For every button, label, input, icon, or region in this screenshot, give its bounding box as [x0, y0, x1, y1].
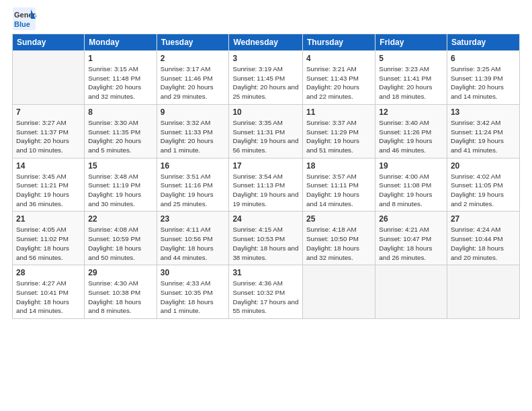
- sunset-text: Sunset: 11:41 PM: [379, 74, 443, 83]
- weekday-monday: Monday: [85, 34, 157, 51]
- day-cell: 5 Sunrise: 3:23 AM Sunset: 11:41 PM Dayl…: [375, 51, 447, 105]
- day-cell: 7 Sunrise: 3:27 AM Sunset: 11:37 PM Dayl…: [13, 104, 85, 158]
- day-number: 12: [379, 107, 443, 117]
- sunrise-text: Sunrise: 3:17 AM: [161, 64, 226, 74]
- day-cell: 6 Sunrise: 3:25 AM Sunset: 11:39 PM Dayl…: [447, 51, 519, 105]
- daylight-text: Daylight: 19 hours and 30 minutes.: [88, 190, 152, 208]
- day-number: 5: [379, 54, 443, 63]
- sunset-text: Sunset: 10:56 PM: [161, 234, 226, 244]
- day-number: 17: [232, 161, 299, 171]
- daylight-text: Daylight: 20 hours and 25 minutes.: [232, 83, 299, 101]
- day-info: Sunrise: 4:05 AM Sunset: 11:02 PM Daylig…: [16, 225, 81, 262]
- day-cell: 17 Sunrise: 3:54 AM Sunset: 11:13 PM Day…: [229, 158, 303, 212]
- day-cell: 23 Sunrise: 4:11 AM Sunset: 10:56 PM Day…: [157, 212, 229, 265]
- day-info: Sunrise: 3:45 AM Sunset: 11:21 PM Daylig…: [16, 172, 81, 209]
- sunrise-text: Sunrise: 4:21 AM: [379, 225, 443, 234]
- daylight-text: Daylight: 18 hours and 26 minutes.: [379, 244, 443, 262]
- day-number: 2: [161, 54, 226, 63]
- daylight-text: Daylight: 20 hours and 5 minutes.: [88, 136, 152, 154]
- daylight-text: Daylight: 20 hours and 29 minutes.: [161, 83, 226, 101]
- day-cell: 8 Sunrise: 3:30 AM Sunset: 11:35 PM Dayl…: [85, 104, 157, 158]
- sunrise-text: Sunrise: 4:05 AM: [16, 225, 81, 234]
- sunrise-text: Sunrise: 4:02 AM: [451, 172, 516, 181]
- day-number: 30: [161, 268, 226, 277]
- daylight-text: Daylight: 18 hours and 14 minutes.: [16, 298, 81, 316]
- sunrise-text: Sunrise: 3:42 AM: [451, 118, 516, 128]
- sunset-text: Sunset: 10:35 PM: [161, 288, 226, 298]
- daylight-text: Daylight: 18 hours and 20 minutes.: [451, 244, 516, 262]
- sunset-text: Sunset: 10:32 PM: [232, 288, 299, 298]
- day-number: 22: [88, 214, 152, 224]
- daylight-text: Daylight: 18 hours and 1 minute.: [161, 298, 226, 316]
- day-info: Sunrise: 4:15 AM Sunset: 10:53 PM Daylig…: [232, 225, 299, 262]
- week-row-5: 28 Sunrise: 4:27 AM Sunset: 10:41 PM Day…: [13, 265, 520, 319]
- sunset-text: Sunset: 11:24 PM: [451, 128, 516, 137]
- daylight-text: Daylight: 20 hours and 14 minutes.: [451, 83, 516, 101]
- day-cell: 18 Sunrise: 3:57 AM Sunset: 11:11 PM Day…: [303, 158, 375, 212]
- day-info: Sunrise: 3:51 AM Sunset: 11:16 PM Daylig…: [161, 172, 226, 209]
- day-cell: 12 Sunrise: 3:40 AM Sunset: 11:26 PM Day…: [375, 104, 447, 158]
- sunset-text: Sunset: 10:44 PM: [451, 234, 516, 244]
- day-cell: 4 Sunrise: 3:21 AM Sunset: 11:43 PM Dayl…: [303, 51, 375, 105]
- sunrise-text: Sunrise: 4:00 AM: [379, 172, 443, 181]
- header: General Blue: [12, 7, 520, 31]
- weekday-thursday: Thursday: [303, 34, 375, 51]
- sunrise-text: Sunrise: 4:08 AM: [88, 225, 152, 234]
- sunrise-text: Sunrise: 3:19 AM: [232, 64, 299, 74]
- day-number: 14: [16, 161, 81, 171]
- day-cell: 10 Sunrise: 3:35 AM Sunset: 11:31 PM Day…: [229, 104, 303, 158]
- day-info: Sunrise: 3:17 AM Sunset: 11:46 PM Daylig…: [161, 64, 226, 101]
- sunset-text: Sunset: 11:35 PM: [88, 128, 152, 137]
- day-number: 24: [232, 214, 299, 224]
- weekday-wednesday: Wednesday: [229, 34, 303, 51]
- day-cell: 15 Sunrise: 3:48 AM Sunset: 11:19 PM Day…: [85, 158, 157, 212]
- daylight-text: Daylight: 19 hours and 46 minutes.: [379, 136, 443, 154]
- sunrise-text: Sunrise: 3:40 AM: [379, 118, 443, 128]
- day-info: Sunrise: 3:15 AM Sunset: 11:48 PM Daylig…: [88, 64, 152, 101]
- day-info: Sunrise: 4:02 AM Sunset: 11:05 PM Daylig…: [451, 172, 516, 209]
- day-number: 20: [451, 161, 516, 171]
- weekday-header-row: SundayMondayTuesdayWednesdayThursdayFrid…: [13, 34, 520, 51]
- day-info: Sunrise: 4:24 AM Sunset: 10:44 PM Daylig…: [451, 225, 516, 262]
- day-cell: 11 Sunrise: 3:37 AM Sunset: 11:29 PM Day…: [303, 104, 375, 158]
- day-info: Sunrise: 3:21 AM Sunset: 11:43 PM Daylig…: [306, 64, 371, 101]
- sunrise-text: Sunrise: 3:37 AM: [306, 118, 371, 128]
- sunset-text: Sunset: 11:31 PM: [232, 128, 299, 137]
- sunrise-text: Sunrise: 3:51 AM: [161, 172, 226, 181]
- day-cell: 9 Sunrise: 3:32 AM Sunset: 11:33 PM Dayl…: [157, 104, 229, 158]
- sunrise-text: Sunrise: 4:33 AM: [161, 279, 226, 288]
- sunrise-text: Sunrise: 3:27 AM: [16, 118, 81, 128]
- page: General Blue SundayMondayTuesdayWednesda…: [0, 0, 532, 326]
- sunrise-text: Sunrise: 4:11 AM: [161, 225, 226, 234]
- sunrise-text: Sunrise: 3:21 AM: [306, 64, 371, 74]
- day-cell: 13 Sunrise: 3:42 AM Sunset: 11:24 PM Day…: [447, 104, 519, 158]
- day-number: 15: [88, 161, 152, 171]
- daylight-text: Daylight: 18 hours and 44 minutes.: [161, 244, 226, 262]
- day-number: 31: [232, 268, 299, 277]
- weekday-sunday: Sunday: [13, 34, 85, 51]
- day-cell: 25 Sunrise: 4:18 AM Sunset: 10:50 PM Day…: [303, 212, 375, 265]
- sunset-text: Sunset: 10:47 PM: [379, 234, 443, 244]
- day-number: 3: [232, 54, 299, 63]
- day-number: 10: [232, 107, 299, 117]
- day-cell: 24 Sunrise: 4:15 AM Sunset: 10:53 PM Day…: [229, 212, 303, 265]
- day-info: Sunrise: 3:37 AM Sunset: 11:29 PM Daylig…: [306, 118, 371, 155]
- sunset-text: Sunset: 11:26 PM: [379, 128, 443, 137]
- daylight-text: Daylight: 19 hours and 2 minutes.: [451, 190, 516, 208]
- weekday-saturday: Saturday: [447, 34, 519, 51]
- sunset-text: Sunset: 10:41 PM: [16, 288, 81, 298]
- day-cell: 31 Sunrise: 4:36 AM Sunset: 10:32 PM Day…: [229, 265, 303, 319]
- daylight-text: Daylight: 18 hours and 8 minutes.: [88, 298, 152, 316]
- logo: General Blue: [12, 7, 36, 31]
- sunset-text: Sunset: 10:38 PM: [88, 288, 152, 298]
- day-cell: 22 Sunrise: 4:08 AM Sunset: 10:59 PM Day…: [85, 212, 157, 265]
- sunset-text: Sunset: 11:29 PM: [306, 128, 371, 137]
- day-cell: 16 Sunrise: 3:51 AM Sunset: 11:16 PM Day…: [157, 158, 229, 212]
- daylight-text: Daylight: 19 hours and 19 minutes.: [232, 190, 299, 208]
- day-info: Sunrise: 3:35 AM Sunset: 11:31 PM Daylig…: [232, 118, 299, 155]
- day-cell: [447, 265, 519, 319]
- day-info: Sunrise: 3:27 AM Sunset: 11:37 PM Daylig…: [16, 118, 81, 155]
- day-cell: 29 Sunrise: 4:30 AM Sunset: 10:38 PM Day…: [85, 265, 157, 319]
- daylight-text: Daylight: 19 hours and 36 minutes.: [16, 190, 81, 208]
- week-row-4: 21 Sunrise: 4:05 AM Sunset: 11:02 PM Day…: [13, 212, 520, 265]
